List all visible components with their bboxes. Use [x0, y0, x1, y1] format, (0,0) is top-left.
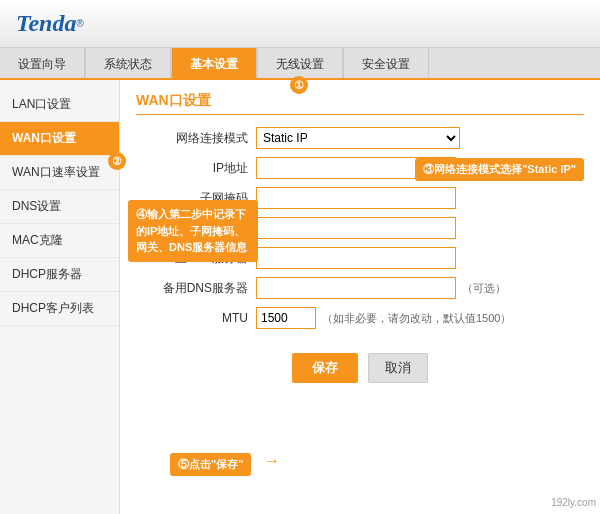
tab-wireless-settings[interactable]: 无线设置 — [257, 48, 343, 78]
tab-system-status[interactable]: 系统状态 — [85, 48, 171, 78]
logo-text: Tenda — [16, 10, 76, 37]
annotation-3-text: ③网络连接模式选择"Static IP" — [423, 163, 576, 175]
backup-dns-row: 备用DNS服务器 （可选） — [136, 277, 584, 299]
mtu-label: MTU — [136, 311, 256, 325]
main-layout: LAN口设置 WAN口设置 WAN口速率设置 DNS设置 MAC克隆 DHCP服… — [0, 80, 600, 514]
tab-setup-wizard[interactable]: 设置向导 — [0, 48, 85, 78]
annotation-2-circle: ② — [108, 152, 126, 170]
watermark: 192ly.com — [551, 497, 596, 508]
sidebar-item-dns[interactable]: DNS设置 — [0, 190, 119, 224]
sidebar-item-mac-clone[interactable]: MAC克隆 — [0, 224, 119, 258]
annotation-5-box: ⑤点击"保存" — [170, 453, 251, 476]
mtu-hint: （如非必要，请勿改动，默认值1500） — [322, 311, 511, 326]
sidebar-item-wan[interactable]: WAN口设置 — [0, 122, 119, 156]
annotation-4-box: ④输入第二步中记录下的IP地址、子网掩码、网关、DNS服务器信息 — [128, 200, 258, 262]
annotation-2: ② — [108, 152, 126, 170]
header: Tenda® — [0, 0, 600, 48]
connection-mode-label: 网络连接模式 — [136, 130, 256, 147]
subnet-mask-input[interactable] — [256, 187, 456, 209]
tab-security-settings[interactable]: 安全设置 — [343, 48, 429, 78]
connection-mode-select[interactable]: Static IP DHCP PPPoE — [256, 127, 460, 149]
content-area: WAN口设置 网络连接模式 Static IP DHCP PPPoE IP地址 … — [120, 80, 600, 514]
annotation-4-text: ④输入第二步中记录下的IP地址、子网掩码、网关、DNS服务器信息 — [136, 208, 247, 253]
section-title: WAN口设置 — [136, 92, 584, 115]
sidebar: LAN口设置 WAN口设置 WAN口速率设置 DNS设置 MAC克隆 DHCP服… — [0, 80, 120, 514]
sidebar-item-dhcp-list[interactable]: DHCP客户列表 — [0, 292, 119, 326]
sidebar-item-lan[interactable]: LAN口设置 — [0, 88, 119, 122]
arrow-5: → — [264, 452, 280, 470]
annotation-5-text: ⑤点击"保存" — [178, 458, 243, 470]
sidebar-item-wan-rate[interactable]: WAN口速率设置 — [0, 156, 119, 190]
cancel-button[interactable]: 取消 — [368, 353, 428, 383]
backup-dns-label: 备用DNS服务器 — [136, 280, 256, 297]
tab-basic-settings[interactable]: 基本设置 — [171, 48, 257, 78]
save-button[interactable]: 保存 — [292, 353, 358, 383]
annotation-3-box: ③网络连接模式选择"Static IP" — [415, 158, 584, 181]
logo-tm: ® — [76, 18, 83, 29]
annotation-1-circle: ① — [290, 76, 308, 94]
gateway-input[interactable] — [256, 217, 456, 239]
annotation-1: ① — [290, 76, 308, 94]
ip-address-label: IP地址 — [136, 160, 256, 177]
sidebar-item-dhcp-server[interactable]: DHCP服务器 — [0, 258, 119, 292]
connection-mode-row: 网络连接模式 Static IP DHCP PPPoE — [136, 127, 584, 149]
backup-dns-suffix: （可选） — [462, 281, 506, 296]
primary-dns-input[interactable] — [256, 247, 456, 269]
mtu-input[interactable] — [256, 307, 316, 329]
logo: Tenda® — [16, 10, 84, 37]
mtu-row: MTU （如非必要，请勿改动，默认值1500） — [136, 307, 584, 329]
button-row: 保存 取消 — [136, 345, 584, 383]
backup-dns-input[interactable] — [256, 277, 456, 299]
